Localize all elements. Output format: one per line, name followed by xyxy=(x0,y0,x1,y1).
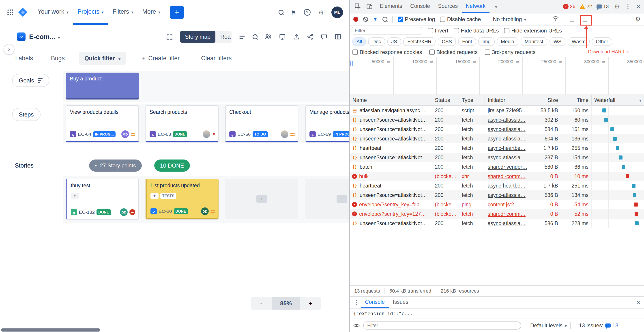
network-request-row[interactable]: unseen?source=atlaskitNot…200fetchasync-… xyxy=(350,190,644,200)
quick-filter-button[interactable]: Quick filter xyxy=(79,52,126,65)
goal-card[interactable]: Buy a product xyxy=(66,73,139,100)
assignee-avatar[interactable]: MD xyxy=(121,130,129,138)
issue-card[interactable]: View products detailsEC-64IN PROG...MD xyxy=(66,105,139,142)
invert-input[interactable] xyxy=(428,28,433,33)
zoom-out-button[interactable]: - xyxy=(251,297,272,309)
more-tabs-icon[interactable] xyxy=(490,1,501,12)
column-header-time[interactable]: Time xyxy=(561,95,592,105)
horizontal-scrollbar[interactable] xyxy=(1,328,100,331)
settings-gear-icon[interactable] xyxy=(318,8,324,17)
expand-sidebar-button[interactable] xyxy=(4,44,14,55)
clear-filters-button[interactable]: Clear filters xyxy=(201,55,232,62)
network-filter-input[interactable] xyxy=(352,27,422,35)
console-log-line[interactable]: {"extension_id":"c... xyxy=(350,309,644,319)
log-levels-select[interactable]: Default levels xyxy=(530,322,567,329)
drawer-tab-console[interactable]: Console xyxy=(361,297,389,308)
type-chip-manifest[interactable]: Manifest xyxy=(520,38,547,46)
initiator-link[interactable]: async-heartbe… xyxy=(488,145,526,151)
invert-checkbox[interactable]: Invert xyxy=(428,28,448,34)
hide-data-urls-checkbox[interactable]: Hide data URLs xyxy=(454,28,499,34)
network-request-row[interactable]: unseen?source=atlaskitNot…200fetchasync-… xyxy=(350,153,644,162)
network-request-row[interactable]: batch200fetchshared~vendor…580 B86 ms xyxy=(350,162,644,172)
drawer-tab-issues[interactable]: Issues xyxy=(389,297,412,308)
network-request-row[interactable]: envelope/?sentry_key=fdb…(blocke…pingcon… xyxy=(350,200,644,209)
brush-handle[interactable] xyxy=(352,61,353,66)
assignee-avatar[interactable] xyxy=(203,130,210,138)
initiator-link[interactable]: async-atlassia… xyxy=(488,126,526,132)
fullscreen-icon[interactable] xyxy=(166,33,173,40)
initiator-link[interactable]: async-atlassia… xyxy=(488,220,526,226)
view-story-map[interactable]: Story map xyxy=(180,31,216,43)
add-card-button[interactable]: + xyxy=(256,195,267,203)
tab-sources[interactable]: Sources xyxy=(434,0,462,13)
initiator-link[interactable]: async-atlassia… xyxy=(488,136,526,142)
column-header-status[interactable]: Status xyxy=(432,95,459,105)
add-label-icon[interactable] xyxy=(71,193,79,199)
goals-row-header[interactable]: Goals xyxy=(12,74,49,87)
assignee-avatar[interactable] xyxy=(281,130,288,138)
bugs-filter[interactable]: Bugs xyxy=(51,55,65,62)
export-icon[interactable] xyxy=(293,33,300,40)
filter-funnel-icon[interactable] xyxy=(373,17,378,22)
monitor-icon[interactable] xyxy=(279,33,286,40)
column-header-initiator[interactable]: Initiator xyxy=(485,95,530,105)
type-chip-other[interactable]: Other xyxy=(592,38,612,46)
search-icon[interactable] xyxy=(278,10,284,15)
hide-extension-urls-checkbox[interactable]: Hide extension URLs xyxy=(504,28,562,34)
tab-elements[interactable]: Elements xyxy=(376,0,406,13)
blocked-response-cookies-input[interactable] xyxy=(352,50,358,55)
issue-card[interactable]: Search productsEC-63DONE xyxy=(146,105,218,142)
type-chip-img[interactable]: Img xyxy=(478,38,495,46)
app-switcher-icon[interactable] xyxy=(4,7,16,18)
timeline-overview[interactable]: 50000 ms100000 ms150000 ms200000 ms25000… xyxy=(350,57,644,95)
initiator-link[interactable]: shared~vendor… xyxy=(488,164,527,170)
network-request-row[interactable]: unseen?source=atlaskitNot…200fetchasync-… xyxy=(350,125,644,134)
device-toolbar-icon[interactable] xyxy=(364,1,375,12)
board-search-icon[interactable] xyxy=(252,34,258,39)
errors-badge[interactable]: 26 xyxy=(563,4,575,10)
chevron-down-icon[interactable] xyxy=(58,33,60,41)
type-chip-ws[interactable]: WS xyxy=(550,38,566,46)
network-request-row[interactable]: unseen?source=atlaskitNot…200fetchasync-… xyxy=(350,115,644,125)
network-request-row[interactable]: bulk(bloc­ke…xhrshared~comm…0 B10 ms xyxy=(350,172,644,181)
type-chip-font[interactable]: Font xyxy=(458,38,476,46)
record-icon[interactable] xyxy=(353,17,358,22)
add-label-icon[interactable] xyxy=(150,193,158,199)
avatar[interactable]: ML xyxy=(332,7,343,18)
clear-icon[interactable] xyxy=(363,17,368,22)
inspect-element-icon[interactable] xyxy=(352,1,363,12)
flag-icon[interactable] xyxy=(291,8,296,17)
column-header-waterfall[interactable]: Waterfall xyxy=(592,95,644,105)
network-request-row[interactable]: envelope/?sentry_key=127…(blocke…fetchsh… xyxy=(350,209,644,219)
share-icon[interactable] xyxy=(307,33,314,40)
type-chip-css[interactable]: CSS xyxy=(438,38,456,46)
console-filter-input[interactable] xyxy=(363,321,521,329)
column-header-size[interactable]: Size xyxy=(530,95,561,105)
create-filter-button[interactable]: Create filter xyxy=(142,55,180,62)
devtools-settings-icon[interactable] xyxy=(614,3,620,10)
tab-console[interactable]: Console xyxy=(406,0,434,13)
network-settings-icon[interactable] xyxy=(635,16,641,23)
network-search-icon[interactable] xyxy=(382,17,388,22)
project-name[interactable]: E-com... xyxy=(29,33,55,41)
hide-extension-urls-input[interactable] xyxy=(504,28,510,33)
3rd-party-requests-checkbox[interactable]: 3rd-party requests xyxy=(485,49,536,55)
warnings-badge[interactable]: 22 xyxy=(580,4,592,10)
initiator-link[interactable]: async-atlassia… xyxy=(488,192,526,198)
type-chip-all[interactable]: All xyxy=(352,38,366,46)
eye-icon[interactable] xyxy=(353,323,360,328)
zoom-in-button[interactable]: + xyxy=(300,297,321,309)
network-request-row[interactable]: heartbeat200fetchasync-heartbe…1.7 kB255… xyxy=(350,143,644,153)
preserve-log-checkbox[interactable]: Preserve log xyxy=(398,16,435,23)
network-conditions-icon[interactable] xyxy=(552,16,559,21)
issue-card[interactable]: CheckoutEC-66TO DO xyxy=(225,105,298,142)
network-request-row[interactable]: unseen?source=atlaskitNot…200fetchasync-… xyxy=(350,219,644,228)
drawer-menu-icon[interactable] xyxy=(353,299,359,306)
issue-card[interactable]: Manage productsEC-69IN PROG... xyxy=(306,105,349,142)
network-request-row[interactable]: unseen?source=atlaskitNot…200fetchasync-… xyxy=(350,134,644,143)
3rd-party-requests-input[interactable] xyxy=(485,50,490,55)
create-issue-button[interactable] xyxy=(170,6,184,19)
column-header-type[interactable]: Type xyxy=(459,95,485,105)
network-request-row[interactable]: heartbeat200fetchasync-heartbe…1.7 kB251… xyxy=(350,181,644,190)
view-roa[interactable]: Roa xyxy=(216,31,232,43)
